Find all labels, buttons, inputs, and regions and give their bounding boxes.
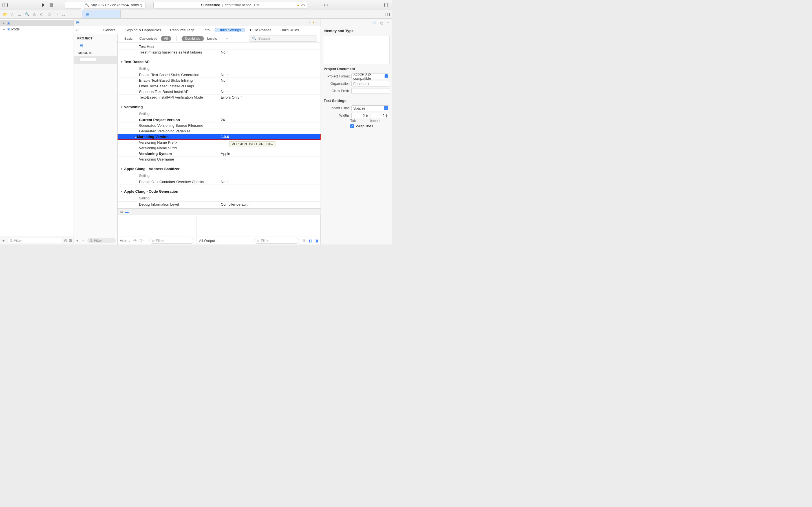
target-filter-field[interactable]: ⊜Filter: [87, 238, 116, 243]
setting-row[interactable]: Treat missing baselines as test failures…: [117, 50, 320, 55]
setting-value[interactable]: Compiler default ⌃: [221, 202, 317, 207]
organization-field[interactable]: Facebook: [351, 81, 389, 87]
setting-value[interactable]: Apple: [221, 152, 317, 156]
variables-filter-field[interactable]: ⊜Filter: [149, 238, 194, 244]
tab-width-stepper[interactable]: 2▴▾: [351, 113, 369, 118]
pane-left-icon[interactable]: ◧: [308, 238, 312, 243]
setting-value[interactable]: No ⌃: [221, 50, 317, 54]
add-icon[interactable]: ＋: [2, 238, 5, 243]
scheme-device[interactable]: 🔨Any iOS Device (arm64, armv7): [82, 3, 145, 7]
add-target-icon[interactable]: ＋: [75, 238, 79, 243]
disclosure-icon[interactable]: ▾: [121, 60, 122, 63]
project-item[interactable]: ▣: [74, 41, 117, 49]
setting-value[interactable]: 1.0.6: [221, 135, 317, 139]
disclosure-icon[interactable]: ▾: [121, 190, 122, 193]
setting-row[interactable]: Enable Text-Based Stubs GenerationNo ⌃: [117, 72, 320, 78]
indent-using-dropdown[interactable]: Spaces: [351, 105, 389, 111]
indent-width-stepper[interactable]: 2▴▾: [371, 113, 389, 118]
run-button[interactable]: [41, 2, 46, 8]
outline-toggle-icon[interactable]: ▭: [74, 28, 82, 32]
setting-row[interactable]: Current Project Version24: [117, 117, 320, 123]
add-setting-icon[interactable]: ＋: [223, 36, 231, 41]
setting-row[interactable]: Enable C++ Container Overflow ChecksNo ⌃: [117, 179, 320, 185]
debug-navigator-icon[interactable]: ⏱: [47, 12, 51, 16]
setting-value[interactable]: No ⌃: [221, 180, 317, 184]
symbol-navigator-icon[interactable]: ☰: [17, 12, 22, 16]
trash-icon[interactable]: 🗑: [302, 238, 306, 243]
filter-basic[interactable]: Basic: [121, 36, 136, 41]
file-inspector-icon[interactable]: 📄: [371, 21, 376, 25]
setting-value[interactable]: No ⌃: [221, 73, 317, 77]
navigator-filter-field[interactable]: ⊜ Filter: [7, 238, 62, 243]
breakpoint-navigator-icon[interactable]: ▭: [54, 12, 59, 16]
settings-search-field[interactable]: 🔍 Search: [250, 36, 317, 42]
find-navigator-icon[interactable]: 🔍: [25, 12, 29, 16]
jump-bar[interactable]: ▣ ‹ ▲ ›: [74, 18, 320, 26]
warnings-indicator[interactable]: ▲25: [296, 3, 305, 7]
tab-general[interactable]: General: [99, 28, 120, 32]
settings-group-header[interactable]: ▾Text-Based API: [117, 58, 320, 66]
editor-layout-icon[interactable]: [385, 11, 390, 17]
setting-value[interactable]: 24: [221, 118, 317, 122]
document-tab[interactable]: ▣: [82, 10, 121, 18]
disclosure-icon[interactable]: ▸: [2, 27, 6, 31]
class-prefix-field[interactable]: [351, 88, 389, 94]
setting-value[interactable]: No ⌃: [221, 90, 317, 94]
setting-row[interactable]: Text-Based InstallAPI Verification ModeE…: [117, 95, 320, 100]
source-control-navigator-icon[interactable]: ⎌: [10, 12, 15, 16]
remove-target-icon[interactable]: －: [82, 238, 85, 243]
info-icon[interactable]: ⓘ: [140, 238, 144, 243]
tab-signing[interactable]: Signing & Capabilities: [121, 28, 165, 32]
disclosure-icon[interactable]: ▾: [121, 167, 122, 170]
tab-build-rules[interactable]: Build Rules: [276, 28, 303, 32]
tab-build-phases[interactable]: Build Phases: [246, 28, 275, 32]
stop-button[interactable]: [49, 2, 54, 8]
setting-row[interactable]: Versioning SystemApple: [117, 151, 320, 157]
settings-group-header[interactable]: ▾Apple Clang - Address Sanitizer: [117, 165, 320, 173]
test-navigator-icon[interactable]: ◇: [40, 12, 44, 16]
jump-back-icon[interactable]: ‹: [309, 20, 310, 24]
debug-breakpoint-icon[interactable]: ▬: [125, 210, 129, 214]
eye-icon[interactable]: 👁: [133, 238, 137, 243]
setting-row[interactable]: Enable Text-Based Stubs InliningNo ⌃: [117, 78, 320, 83]
setting-value[interactable]: No ⌃: [221, 78, 317, 82]
setting-row[interactable]: ▸Marketing Version1.0.6: [117, 134, 320, 140]
settings-group-header[interactable]: ▾Apple Clang - Code Generation: [117, 187, 320, 195]
disclosure-icon[interactable]: ▸: [135, 135, 137, 138]
setting-row[interactable]: Supports Text-Based InstallAPINo ⌃: [117, 89, 320, 95]
right-sidebar-toggle-icon[interactable]: [384, 2, 390, 8]
navigator-project-row[interactable]: ▸ ▣: [0, 20, 73, 26]
history-inspector-icon[interactable]: ◷: [380, 21, 383, 25]
setting-row[interactable]: Other Text-Based InstallAPI Flags: [117, 83, 320, 89]
console-output-mode[interactable]: All Output⌄: [199, 238, 218, 243]
tab-resource-tags[interactable]: Resource Tags: [166, 28, 198, 32]
pane-right-icon[interactable]: ◨: [315, 238, 318, 243]
project-navigator-icon[interactable]: 📁: [3, 12, 7, 16]
settings-group-header[interactable]: ▾Versioning: [117, 103, 320, 111]
setting-row[interactable]: Versioning Name PrefixVERSION_INFO_PREFI…: [117, 140, 320, 145]
filter-combined[interactable]: Combined: [182, 36, 204, 41]
console-filter-field[interactable]: ⊜Filter: [254, 238, 299, 244]
setting-row[interactable]: Generated Versioning Source Filename: [117, 123, 320, 128]
issue-navigator-icon[interactable]: ⚠: [32, 12, 37, 16]
target-item[interactable]: [74, 56, 117, 64]
project-format-dropdown[interactable]: Xcode 3.2-compatible: [351, 73, 389, 79]
disclosure-icon[interactable]: ▸: [2, 21, 6, 24]
setting-row[interactable]: Debug Information LevelCompiler default …: [117, 202, 320, 207]
scm-filter-icon[interactable]: ⊞: [69, 238, 72, 242]
debug-pane-toggle-icon[interactable]: ▭: [120, 210, 123, 214]
setting-row[interactable]: Versioning Name Suffix: [117, 145, 320, 151]
warning-icon[interactable]: ▲: [312, 20, 315, 24]
filter-all[interactable]: All: [161, 36, 171, 41]
setting-value[interactable]: Errors Only ⌃: [221, 95, 317, 100]
add-button[interactable]: [315, 2, 321, 8]
scheme-selector[interactable]: 🔨Any iOS Device (arm64, armv7): [65, 2, 146, 8]
variables-view-mode[interactable]: Auto⌄: [120, 238, 131, 243]
jump-forward-icon[interactable]: ›: [317, 20, 318, 24]
wrap-lines-checkbox[interactable]: ✓ Wrap lines: [321, 124, 392, 128]
setting-row[interactable]: Versioning Username: [117, 157, 320, 162]
tab-build-settings[interactable]: Build Settings: [214, 28, 245, 32]
sidebar-toggle-icon[interactable]: [2, 2, 8, 8]
report-navigator-icon[interactable]: ☷: [61, 12, 66, 16]
recent-icon[interactable]: ◷: [64, 238, 67, 242]
